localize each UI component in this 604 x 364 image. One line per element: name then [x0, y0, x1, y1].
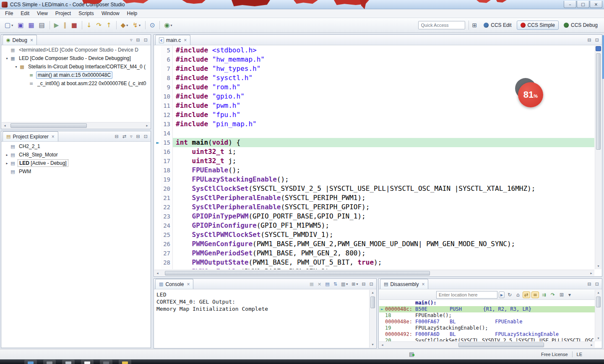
scrollbar-thumb[interactable]	[10, 123, 86, 128]
step-return-icon[interactable]: ↑	[104, 21, 114, 30]
maximize-icon[interactable]: ⊡	[143, 37, 149, 43]
debug-tree-item[interactable]: ▦<terminated>LED [Code Composer Studio -…	[2, 46, 150, 54]
scroll-right-icon[interactable]: ▸	[588, 343, 595, 347]
disassembly-row[interactable]: main():	[379, 300, 595, 306]
link-editor-icon[interactable]: ⇄	[121, 133, 128, 140]
close-icon[interactable]: ×	[52, 134, 55, 139]
project-item[interactable]: ▤PWM	[2, 167, 150, 176]
view-menu-icon[interactable]: ▾	[567, 291, 573, 298]
project-item[interactable]: ▸▤LED [Active - Debug]	[2, 159, 150, 167]
scroll-up-icon[interactable]: ▴	[370, 290, 376, 296]
expand-arrow-icon[interactable]: ▸	[4, 153, 10, 157]
scroll-left-icon[interactable]: ◂	[2, 124, 8, 127]
taskbar-item-4[interactable]	[81, 360, 94, 364]
minimize-icon[interactable]: ⊟	[135, 133, 141, 140]
debug-tree-item[interactable]: ▾▦LED [Code Composer Studio - Device Deb…	[2, 54, 150, 62]
menu-view[interactable]: View	[33, 9, 52, 18]
suspend-icon[interactable]: ∥	[61, 21, 69, 30]
tab-project-explorer[interactable]: ▤ Project Explorer ×	[3, 131, 58, 141]
scroll-left-icon[interactable]: ◂	[379, 343, 385, 347]
perspective-ccs-simple[interactable]: CCS Simple	[517, 21, 559, 30]
open-console-icon[interactable]: ⊞▾	[350, 281, 359, 287]
scroll-left-icon[interactable]: ◂	[154, 271, 161, 275]
scrollbar-thumb[interactable]	[596, 296, 601, 307]
minimize-icon[interactable]: ⊟	[586, 37, 593, 43]
minimize-icon[interactable]: ⊟	[135, 37, 141, 43]
expand-arrow-icon[interactable]: ▸	[4, 161, 10, 165]
menu-project[interactable]: Project	[52, 9, 75, 18]
disassembly-vertical-scrollbar[interactable]: ▴ ▾	[595, 290, 601, 341]
perspective-ccs-debug[interactable]: CCS Debug	[560, 21, 601, 30]
location-input[interactable]	[436, 291, 497, 299]
scroll-lock-icon[interactable]: ⇅	[332, 281, 338, 287]
taskbar-item-3[interactable]	[62, 360, 75, 364]
debug-tree[interactable]: ▦<terminated>LED [Code Composer Studio -…	[2, 46, 150, 122]
scroll-down-icon[interactable]: ▾	[595, 335, 601, 341]
scrollbar-thumb[interactable]	[458, 343, 544, 347]
step-into-icon[interactable]: ↓	[84, 21, 94, 30]
disassembly-row[interactable]: 19FPULazyStackingEnable();	[379, 325, 595, 331]
view-menu-icon[interactable]: ▿	[129, 37, 134, 43]
project-item[interactable]: ▸▤CH8_Step_Motor	[2, 151, 150, 159]
clear-console-icon[interactable]: ▤	[324, 281, 331, 287]
tab-console[interactable]: ▥ Console ×	[155, 279, 193, 289]
disassembly-horizontal-scrollbar[interactable]: ◂ ▸	[379, 341, 595, 348]
project-tree[interactable]: ▤CH2_2_1▸▤CH8_Step_Motor▸▤LED [Active - …	[2, 142, 150, 347]
perspective-ccs-edit[interactable]: CCS Edit	[480, 21, 515, 30]
debug-horizontal-scrollbar[interactable]: ◂ ▸	[2, 122, 150, 128]
minimize-window-button[interactable]: –	[564, 1, 576, 8]
maximize-icon[interactable]: ⊡	[143, 133, 149, 140]
taskbar-item-5[interactable]	[100, 360, 112, 364]
close-icon[interactable]: ×	[187, 282, 190, 287]
scroll-down-icon[interactable]: ▾	[370, 342, 376, 348]
debug-config-icon[interactable]: ◉▾	[162, 21, 174, 30]
open-perspective-icon[interactable]: ⊞	[472, 22, 477, 29]
maximize-icon[interactable]: ⊡	[594, 281, 600, 287]
display-console-icon[interactable]: ▥▾	[340, 281, 349, 287]
editor-horizontal-scrollbar[interactable]: ◂ ▸	[154, 270, 594, 276]
overview-ruler-marker[interactable]	[596, 46, 601, 51]
print-icon[interactable]: ▤	[37, 21, 47, 30]
link-debug-context-icon[interactable]: ⇄	[523, 291, 530, 298]
menu-file[interactable]: File	[1, 9, 17, 18]
quick-access-input[interactable]	[418, 21, 465, 29]
home-icon[interactable]: ⌂	[515, 291, 521, 298]
scroll-right-icon[interactable]: ▸	[144, 124, 150, 127]
resume-icon[interactable]: ▶	[52, 21, 61, 30]
close-icon[interactable]: ×	[184, 38, 187, 43]
close-window-button[interactable]: ×	[590, 1, 602, 8]
menu-scripts[interactable]: Scripts	[75, 9, 98, 18]
console-activity-icon[interactable]: ▤	[409, 351, 414, 357]
tab-debug[interactable]: ◉ Debug ×	[3, 35, 37, 45]
menu-help[interactable]: Help	[123, 9, 141, 18]
step-over-icon[interactable]: ↷	[94, 21, 104, 30]
menu-window[interactable]: Window	[98, 9, 123, 18]
maximize-icon[interactable]: ⊡	[594, 37, 600, 43]
scroll-up-icon[interactable]: ▴	[595, 290, 601, 296]
console-output[interactable]: LEDCORTEX_M4_0: GEL Output:Memory Map In…	[154, 290, 369, 348]
project-item[interactable]: ▤CH2_2_1	[2, 142, 150, 151]
maximize-icon[interactable]: ⊡	[368, 281, 375, 287]
taskbar-item-2[interactable]	[43, 360, 56, 364]
flash-device-icon[interactable]: ↯▾	[130, 21, 143, 30]
terminate-console-icon[interactable]: ■	[308, 281, 315, 287]
refresh-icon[interactable]: ↻	[506, 291, 513, 298]
disassembly-listing[interactable]: main():►0000048c:B50EPUSH {R1, R2, R3, L…	[379, 300, 595, 341]
menu-edit[interactable]: Edit	[17, 9, 33, 18]
expand-arrow-icon[interactable]: ▾	[4, 57, 10, 60]
disassembly-row[interactable]: 00000492:F000FA6DBL FPULazyStackingEnabl…	[379, 331, 595, 338]
disassembly-row[interactable]: 18FPUEnable();	[379, 312, 595, 319]
debug-tree-item[interactable]: ≡_c_int00() at boot.asm:222 0x0000076E (…	[2, 79, 150, 88]
taskbar-item-6[interactable]	[119, 360, 131, 364]
disassembly-row[interactable]: 0000048e:F000FA67BL FPUEnable	[379, 319, 595, 325]
scrollbar-thumb[interactable]	[370, 296, 375, 308]
expand-arrow-icon[interactable]: ▾	[13, 65, 19, 69]
minimize-icon[interactable]: ⊟	[586, 281, 593, 287]
scroll-right-icon[interactable]: ▸	[588, 271, 594, 275]
taskbar-item-1[interactable]	[24, 360, 37, 364]
step-into-asm-icon[interactable]: ⇉	[540, 291, 548, 298]
terminate-icon[interactable]: ■	[69, 21, 79, 30]
close-icon[interactable]: ×	[30, 38, 33, 43]
jump-to-pc-icon[interactable]: ↷	[549, 291, 557, 298]
console-vertical-scrollbar[interactable]: ▴ ▾	[369, 290, 376, 348]
